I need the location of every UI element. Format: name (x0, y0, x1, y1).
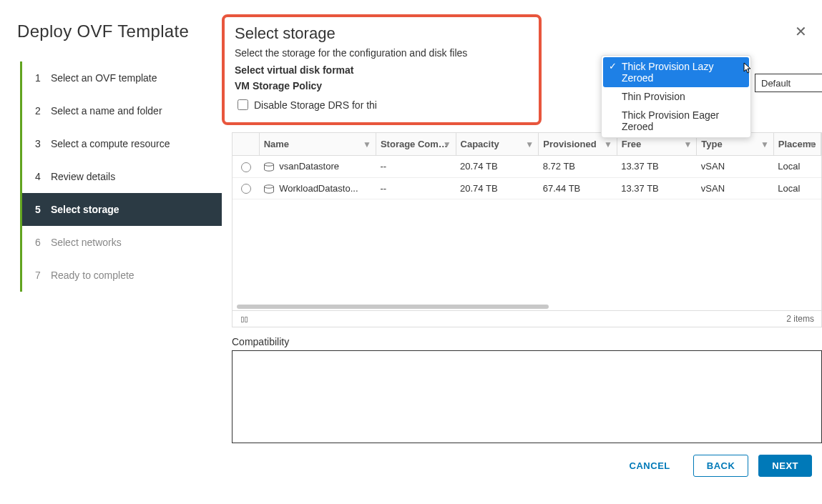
cell-type: vSAN (697, 177, 773, 199)
wizard-step-7: 7 Ready to complete (22, 259, 222, 292)
close-icon[interactable]: ✕ (793, 24, 808, 39)
row-radio[interactable] (241, 184, 251, 194)
datastore-icon (263, 184, 275, 194)
row-radio[interactable] (241, 162, 251, 172)
cell-capacity: 20.74 TB (456, 156, 539, 178)
cell-placement: Local (773, 156, 821, 178)
col-header-2[interactable]: Storage Compatibility▼ (376, 133, 456, 156)
highlight-box: Select storage Select the storage for th… (222, 14, 542, 125)
cursor-pointer-icon (741, 62, 753, 78)
filter-icon[interactable]: ▼ (604, 139, 612, 149)
col-header-7[interactable]: Placeme▼ (773, 133, 821, 156)
compatibility-box (232, 350, 822, 443)
datastore-icon (263, 162, 275, 172)
wizard-sidebar: Deploy OVF Template 1 Select an OVF temp… (0, 0, 222, 504)
item-count: 2 items (786, 314, 814, 324)
cell-type: vSAN (697, 156, 773, 178)
filter-icon[interactable]: ▼ (363, 139, 371, 149)
wizard-step-1[interactable]: 1 Select an OVF template (22, 61, 222, 94)
cell-compat: -- (376, 156, 456, 178)
wizard-title: Deploy OVF Template (17, 21, 222, 41)
cell-provisioned: 8.72 TB (539, 156, 617, 178)
col-header-1[interactable]: Name▼ (259, 133, 376, 156)
wizard-step-3[interactable]: 3 Select a compute resource (22, 127, 222, 160)
table-empty-area (232, 199, 822, 310)
disk-format-option-2[interactable]: Thick Provision Eager Zeroed (603, 106, 749, 136)
table-row[interactable]: vsanDatastore--20.74 TB8.72 TB13.37 TBvS… (233, 156, 821, 178)
cell-capacity: 20.74 TB (456, 177, 539, 199)
page-heading: Select storage (235, 24, 529, 43)
wizard-step-5[interactable]: 5 Select storage (20, 193, 222, 226)
filter-icon[interactable]: ▼ (525, 139, 534, 149)
cell-free: 13.37 TB (617, 156, 697, 178)
wizard-footer: CANCEL BACK NEXT (222, 443, 822, 488)
disk-format-label: Select virtual disk format (235, 64, 371, 76)
disk-format-dropdown[interactable]: Thick Provision Lazy ZeroedThin Provisio… (601, 55, 751, 138)
svg-point-0 (265, 163, 274, 166)
wizard-step-2[interactable]: 2 Select a name and folder (22, 94, 222, 127)
table-status-bar: ▯▯ 2 items (232, 310, 822, 327)
scroll-thumb[interactable] (237, 305, 549, 309)
cell-free: 13.37 TB (617, 177, 697, 199)
cancel-button[interactable]: CANCEL (617, 455, 683, 476)
disable-drs-checkbox[interactable] (238, 99, 248, 110)
table-row[interactable]: WorkloadDatasto...--20.74 TB67.44 TB13.3… (233, 177, 821, 199)
wizard-step-4[interactable]: 4 Review details (22, 160, 222, 193)
datastore-table: Name▼Storage Compatibility▼Capacity▼Prov… (232, 132, 822, 199)
col-header-3[interactable]: Capacity▼ (456, 133, 539, 156)
back-button[interactable]: BACK (693, 455, 749, 477)
storage-policy-label: VM Storage Policy (235, 80, 371, 92)
filter-icon[interactable]: ▼ (443, 139, 451, 149)
storage-policy-select[interactable]: Default ⌄ (755, 74, 822, 92)
datastore-name: vsanDatastore (279, 161, 339, 172)
filter-icon[interactable]: ▼ (760, 139, 769, 149)
next-button[interactable]: NEXT (758, 455, 812, 477)
datastore-name: WorkloadDatasto... (279, 183, 358, 194)
column-picker-icon[interactable]: ▯▯ (240, 314, 247, 324)
compatibility-label: Compatibility (232, 336, 822, 347)
cell-provisioned: 67.44 TB (539, 177, 617, 199)
col-header-0[interactable] (233, 133, 259, 156)
disk-format-option-0[interactable]: Thick Provision Lazy Zeroed (603, 57, 749, 87)
filter-icon[interactable]: ▼ (683, 139, 692, 149)
main-panel: Select storage Select the storage for th… (222, 0, 822, 504)
wizard-step-6: 6 Select networks (22, 226, 222, 259)
cell-placement: Local (773, 177, 821, 199)
filter-icon[interactable]: ▼ (808, 139, 816, 149)
page-subtitle: Select the storage for the configuration… (235, 47, 529, 59)
storage-policy-value: Default (761, 78, 791, 89)
cell-compat: -- (376, 177, 456, 199)
svg-point-1 (265, 185, 274, 188)
wizard-steps: 1 Select an OVF template2 Select a name … (20, 61, 222, 292)
disable-drs-label: Disable Storage DRS for thi (254, 99, 377, 111)
horizontal-scrollbar[interactable] (233, 303, 821, 310)
disk-format-option-1[interactable]: Thin Provision (603, 87, 749, 106)
